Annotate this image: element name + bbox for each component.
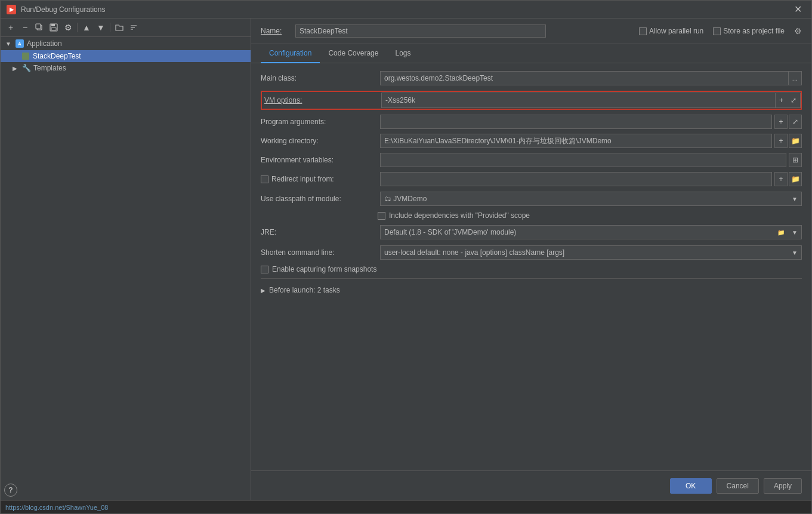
shorten-command-line-dropdown: ▼	[380, 245, 802, 260]
sidebar: + − ⚙ ▲ ▼	[1, 19, 251, 500]
templates-label: Templates	[33, 64, 66, 72]
expand-arrow: ▼	[5, 41, 13, 47]
header-options: Allow parallel run Store as project file…	[639, 26, 802, 36]
tab-code-coverage[interactable]: Code Coverage	[320, 44, 387, 63]
tabs-row: Configuration Code Coverage Logs	[251, 44, 811, 63]
application-label: Application	[27, 39, 62, 48]
settings-button[interactable]: ⚙	[61, 21, 75, 34]
working-directory-row: Working directory: + 📁	[261, 134, 802, 148]
jre-dropdown-arrow[interactable]: ▼	[788, 225, 802, 239]
close-button[interactable]: ✕	[791, 2, 805, 16]
divider	[261, 278, 802, 279]
redirect-input-checkbox[interactable]	[261, 176, 268, 183]
svg-rect-1	[36, 24, 41, 29]
wrench-icon: 🔧	[22, 64, 31, 72]
enable-capturing-label: Enable capturing form snapshots	[272, 265, 376, 273]
include-deps-checkbox[interactable]	[378, 212, 385, 220]
classpath-module-dropdown: ▼	[380, 192, 802, 206]
main-class-label: Main class:	[261, 74, 380, 82]
svg-rect-3	[51, 24, 55, 26]
sidebar-bottom: ?	[1, 480, 251, 500]
templates-group[interactable]: ▶ 🔧 Templates	[1, 62, 251, 74]
classpath-module-arrow[interactable]: ▼	[788, 192, 802, 206]
shorten-command-arrow[interactable]: ▼	[788, 245, 802, 260]
env-vars-edit-button[interactable]: ⊞	[789, 153, 802, 167]
run-config-icon	[22, 53, 29, 60]
move-down-button[interactable]: ▼	[94, 21, 107, 34]
separator	[77, 23, 78, 32]
working-directory-label: Working directory:	[261, 137, 380, 145]
redirect-input-input[interactable]	[380, 172, 772, 186]
redirect-input-label: Redirect input from:	[271, 175, 334, 183]
status-url: https://blog.csdn.net/ShawnYue_08	[5, 504, 108, 511]
allow-parallel-run-checkbox[interactable]: Allow parallel run	[639, 27, 703, 35]
sort-button[interactable]	[127, 21, 140, 34]
working-dir-macro-button[interactable]: +	[774, 134, 788, 148]
vm-options-inner: VM options: + ⤢	[262, 92, 801, 109]
copy-configuration-button[interactable]	[33, 21, 46, 34]
parallel-run-cb-box	[639, 27, 647, 35]
save-configuration-button[interactable]	[47, 21, 60, 34]
store-project-cb-box	[713, 27, 721, 35]
cancel-button[interactable]: Cancel	[717, 478, 759, 494]
jre-folder-button[interactable]: 📁	[774, 225, 788, 239]
include-dependencies-row: Include dependencies with "Provided" sco…	[261, 211, 802, 220]
program-arguments-input[interactable]	[380, 115, 772, 129]
apply-button[interactable]: Apply	[764, 478, 802, 494]
name-input[interactable]	[295, 24, 546, 38]
redirect-add-button[interactable]: +	[774, 172, 788, 186]
vm-options-input[interactable]	[381, 93, 776, 108]
application-icon: A	[15, 39, 24, 48]
title-bar: ▶ Run/Debug Configurations ✕	[1, 1, 811, 19]
enable-capturing-checkbox[interactable]	[261, 266, 268, 273]
vm-options-buttons: + ⤢	[776, 93, 801, 108]
classpath-module-label: Use classpath of module:	[261, 195, 380, 203]
before-launch-section[interactable]: ▶ Before launch: 2 tasks	[261, 284, 802, 297]
name-row: Name: Allow parallel run Store as projec…	[251, 19, 811, 44]
program-args-add-button[interactable]: +	[774, 115, 788, 129]
status-bar: https://blog.csdn.net/ShawnYue_08	[1, 500, 811, 513]
classpath-module-row: Use classpath of module: ▼	[261, 191, 802, 207]
shorten-command-line-input[interactable]	[380, 245, 788, 260]
program-arguments-buttons: + ⤢	[774, 115, 802, 129]
move-to-folder-button[interactable]	[113, 21, 126, 34]
help-button[interactable]: ?	[4, 484, 17, 497]
remove-configuration-button[interactable]: −	[18, 21, 32, 34]
sidebar-toolbar: + − ⚙ ▲ ▼	[1, 19, 251, 37]
env-vars-buttons: ⊞	[789, 153, 802, 167]
jre-label: JRE:	[261, 228, 380, 236]
main-class-row: Main class: ...	[261, 70, 802, 86]
stack-deep-test-item[interactable]: StackDeepTest	[1, 50, 251, 62]
ok-button[interactable]: OK	[670, 478, 712, 494]
templates-arrow: ▶	[13, 65, 20, 72]
stack-deep-test-label: StackDeepTest	[33, 52, 81, 60]
redirect-browse-button[interactable]: 📁	[789, 172, 802, 186]
classpath-module-input[interactable]	[380, 192, 788, 206]
run-debug-configurations-dialog: ▶ Run/Debug Configurations ✕ + − ⚙	[0, 0, 812, 514]
working-dir-browse-button[interactable]: 📁	[789, 134, 802, 148]
right-panel: Name: Allow parallel run Store as projec…	[251, 19, 811, 500]
tab-configuration[interactable]: Configuration	[261, 44, 320, 63]
main-class-browse-button[interactable]: ...	[789, 71, 802, 85]
move-up-button[interactable]: ▲	[80, 21, 93, 34]
jre-row: JRE: 📁 ▼	[261, 224, 802, 240]
program-arguments-label: Program arguments:	[261, 118, 380, 126]
jre-input[interactable]	[380, 225, 774, 239]
working-directory-buttons: + 📁	[774, 134, 802, 148]
application-group[interactable]: ▼ A Application	[1, 37, 251, 50]
program-args-expand-button[interactable]: ⤢	[789, 115, 802, 129]
enable-capturing-row: Enable capturing form snapshots	[261, 265, 802, 273]
allow-parallel-run-label: Allow parallel run	[649, 27, 703, 35]
vm-add-button[interactable]: +	[776, 93, 787, 107]
configuration-tree: ▼ A Application StackDeepTest ▶	[1, 37, 251, 480]
store-as-project-file-checkbox[interactable]: Store as project file	[713, 27, 785, 35]
name-label: Name:	[261, 27, 291, 35]
environment-variables-input[interactable]	[380, 153, 786, 167]
tab-logs[interactable]: Logs	[387, 44, 419, 63]
gear-button[interactable]: ⚙	[794, 26, 802, 36]
main-class-input[interactable]	[380, 71, 789, 85]
vm-expand-button[interactable]: ⤢	[787, 93, 800, 107]
working-directory-input[interactable]	[380, 134, 772, 148]
add-configuration-button[interactable]: +	[4, 21, 17, 34]
svg-rect-4	[51, 27, 56, 30]
